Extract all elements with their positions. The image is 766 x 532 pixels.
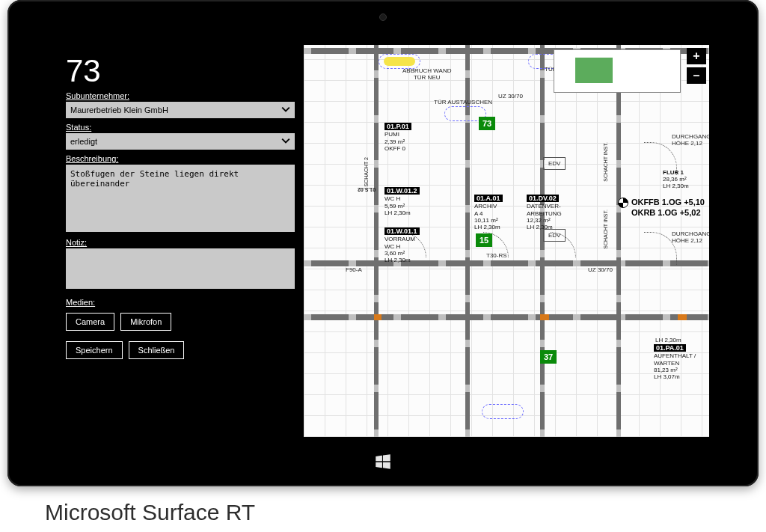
status-label: Status:: [66, 123, 295, 132]
beam-accent: [540, 314, 549, 320]
description-textarea[interactable]: [66, 165, 295, 232]
status-select[interactable]: erledigt: [66, 133, 295, 150]
room-label-edv: EDV: [543, 157, 566, 170]
room-label-wch: 01.W.01.2WC H5,59 m²LH 2,30m: [384, 187, 420, 216]
plan-annotation: F90-A: [346, 266, 362, 273]
wall-horizontal: [304, 314, 709, 320]
chevron-down-icon: [281, 136, 290, 147]
plan-annotation: DURCHGANGS-HÖHE 2,12: [672, 230, 709, 244]
room-label-flur: FLUR 128,36 m²LH 2,30m: [663, 169, 689, 190]
defect-pin-37[interactable]: 37: [540, 350, 557, 364]
zoom-out-button[interactable]: –: [687, 67, 706, 84]
floorplan-canvas[interactable]: ABBRUCH WANDTÜR NEU TÜR AUSTAUSCHEN TÜR …: [304, 45, 709, 437]
revision-cloud: [379, 54, 420, 69]
close-button[interactable]: Schließen: [129, 341, 185, 359]
plan-annotation: UZ 30/70: [498, 93, 523, 100]
beam-accent: [374, 314, 382, 320]
room-label-vorraum: 01.W.01.1VORRAUMWC H3,60 m²LH 2,30m: [384, 227, 420, 263]
subcontractor-label: Subunternehmer:: [66, 91, 295, 100]
defect-pin-15[interactable]: 15: [476, 233, 492, 247]
note-label: Notiz:: [66, 238, 295, 247]
wall-vertical: [616, 45, 621, 437]
wall-vertical: [374, 45, 379, 437]
status-value: erledigt: [70, 137, 97, 146]
level-symbol-icon: [618, 198, 628, 208]
minimap[interactable]: [554, 49, 681, 93]
save-button[interactable]: Speichern: [66, 341, 123, 359]
room-label-daten: 01.DV.02DATENVER-ARBEITUNG12,32 m²LH 2,3…: [527, 195, 562, 230]
description-label: Beschreibung:: [66, 154, 295, 163]
plan-annotation: LH 2,30m: [655, 337, 681, 343]
device-caption: Microsoft Surface RT: [45, 500, 255, 525]
plan-annotation: ABBRUCH WANDTÜR NEU: [402, 67, 451, 81]
plan-annotation: DURCHGANGS-HÖHE 2,12: [672, 133, 709, 147]
zoom-in-button[interactable]: +: [687, 48, 706, 64]
chevron-down-icon: [281, 105, 290, 115]
defect-number: 73: [66, 55, 295, 87]
subcontractor-select[interactable]: Maurerbetrieb Klein GmbH: [66, 102, 295, 118]
room-label-schacht-inst: SCHACHT INST.: [603, 142, 608, 182]
zoom-controls: + –: [687, 48, 706, 87]
note-textarea[interactable]: [66, 248, 295, 289]
room-label-archiv: 01.A.01ARCHIVA 410,11 m²LH 2,30m: [474, 195, 503, 230]
front-camera: [379, 13, 387, 21]
defect-pin-73[interactable]: 73: [479, 117, 495, 130]
plan-annotation: TÜR AUSTAUSCHEN: [434, 99, 492, 106]
microphone-button[interactable]: Mikrofon: [120, 313, 171, 331]
plan-annotation: T30-RS: [486, 252, 507, 259]
room-label-schacht: 01.S.02SCHACHT 2: [358, 157, 376, 192]
room-label-edv: EDV: [543, 229, 566, 242]
subcontractor-value: Maurerbetrieb Klein GmbH: [70, 106, 168, 114]
minimap-viewport: [575, 58, 613, 83]
camera-button[interactable]: Camera: [66, 313, 114, 331]
screen: 73 Subunternehmer: Maurerbetrieb Klein G…: [57, 45, 709, 437]
revision-cloud: [482, 404, 524, 419]
room-label-pumi: 01.P.01PUMI2,39 m²OKFF 0: [384, 123, 411, 152]
level-marker: OKFFB 1.OG +5,10 OKRB 1.OG +5,02: [618, 198, 705, 217]
tablet-frame: 73 Subunternehmer: Maurerbetrieb Klein G…: [7, 0, 759, 486]
windows-logo-icon: [373, 452, 393, 471]
plan-annotation: UZ 30/70: [588, 266, 613, 273]
room-label-aufenthalt: 01.PA.01AUFENTHALT /WARTEN81,23 m²LH 3,0…: [654, 344, 696, 380]
beam-accent: [678, 314, 687, 320]
room-label-schacht-inst: SCHACHT INST.: [603, 210, 608, 249]
media-label: Medien:: [66, 298, 295, 307]
defect-form-panel: 73 Subunternehmer: Maurerbetrieb Klein G…: [57, 45, 304, 437]
